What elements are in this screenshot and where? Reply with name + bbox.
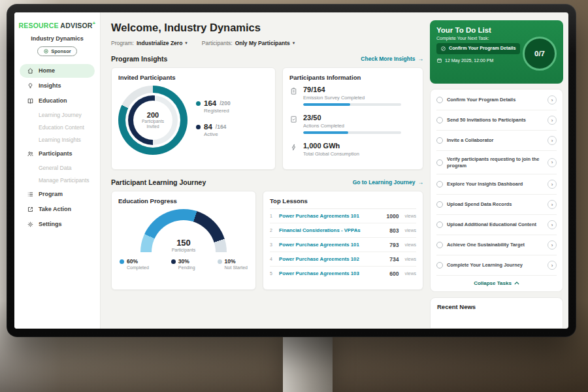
sponsor-badge: Sponsor [37, 46, 76, 56]
task-checkbox[interactable] [436, 181, 443, 188]
sidebar-item-insights[interactable]: Insights [20, 79, 95, 93]
collapse-tasks-button[interactable]: Collapse Tasks [436, 276, 557, 291]
sidebar-item-learning-insights[interactable]: Learning Insights [14, 134, 100, 146]
chevron-right-icon[interactable]: › [547, 95, 557, 105]
chevron-right-icon[interactable]: › [547, 240, 557, 250]
task-list-card: Confirm Your Program Details › Send 50 I… [430, 89, 563, 292]
sidebar-item-label: Insights [39, 82, 61, 89]
participants-filter-dropdown[interactable]: Participants: Only My Participants ▾ [202, 40, 295, 46]
task-checkbox[interactable] [436, 137, 443, 144]
legend-dot [196, 125, 201, 129]
actions-progress-bar [303, 131, 401, 134]
sidebar-item-education-content[interactable]: Education Content [14, 122, 100, 133]
education-progress-card: Education Progress 150 Participants 60% [111, 191, 256, 290]
clipboard-icon [289, 87, 298, 95]
task-row[interactable]: Explore Your Insights Dashboard › [436, 174, 557, 195]
sidebar-item-take-action[interactable]: Take Action [20, 203, 95, 216]
task-row[interactable]: Upload Spend Data Records › [436, 195, 557, 215]
card-title: Participants Information [289, 74, 416, 81]
program-insights-title: Program Insights [111, 55, 167, 63]
people-icon [27, 150, 34, 157]
sidebar-item-program[interactable]: Program [20, 188, 95, 201]
task-checkbox[interactable] [436, 262, 443, 269]
gauge-center-value: 150 [140, 238, 227, 248]
sidebar-item-label: Take Action [39, 206, 71, 212]
lesson-row: 4 Power Purchase Agreements 102 734 view… [270, 252, 416, 267]
sidebar-item-education[interactable]: Education [20, 94, 95, 108]
lesson-link[interactable]: Power Purchase Agreements 101 [279, 213, 382, 219]
todo-summary-card: Your To Do List Complete Your Next Task:… [430, 20, 563, 84]
legend-item-pending: 30% Pending [171, 258, 195, 270]
lesson-link[interactable]: Financial Considerations - VPPAs [279, 227, 385, 233]
lightbulb-icon [27, 82, 34, 90]
legend-dot [196, 101, 201, 106]
card-title: Education Progress [118, 197, 249, 204]
task-checkbox[interactable] [436, 97, 443, 103]
go-to-learning-journey-link[interactable]: Go to Learning Journey → [353, 179, 423, 186]
filter-bar: Program: Industrialize Zero ▾ Participan… [111, 40, 423, 46]
gauge-legend: 60% Completed 30% Pending 10% Not Starte… [118, 258, 249, 270]
legend-item-active: 84 /164 Active [196, 123, 231, 137]
task-checkbox[interactable] [436, 201, 443, 208]
card-title: Top Lessons [270, 197, 416, 209]
task-row[interactable]: Verify participants requesting to join t… [436, 151, 557, 174]
task-row[interactable]: Upload Additional Educational Content › [436, 215, 557, 235]
task-row[interactable]: Complete Your Learning Journey › [436, 255, 557, 276]
gauge-center-label: Participants [140, 248, 227, 252]
participants-filter-value: Only My Participants [235, 40, 290, 46]
chevron-right-icon[interactable]: › [547, 220, 557, 229]
logo-resource: RESOURCE [19, 22, 59, 29]
sponsor-badge-label: Sponsor [51, 48, 71, 54]
lesson-row: 3 Power Purchase Agreements 101 793 view… [270, 238, 416, 252]
task-row[interactable]: Achieve One Sustainability Target › [436, 235, 557, 255]
arrow-right-icon: → [418, 179, 424, 186]
sidebar-item-settings[interactable]: Settings [20, 218, 95, 231]
sidebar-item-participants[interactable]: Participants [20, 147, 95, 161]
chevron-right-icon[interactable]: › [547, 116, 557, 125]
check-more-insights-link[interactable]: Check More Insights → [361, 56, 423, 62]
task-row[interactable]: Send 50 Invitations to Participants › [436, 110, 557, 131]
sidebar-item-learning-journey[interactable]: Learning Journey [14, 109, 100, 121]
sidebar-item-label: Home [39, 67, 55, 74]
task-checkbox[interactable] [436, 242, 443, 248]
chevron-down-icon: ▾ [293, 41, 295, 46]
checklist-icon [289, 115, 298, 123]
next-task-pill[interactable]: Confirm Your Program Details [436, 43, 520, 54]
donut-center-label: Participants Invited [138, 119, 168, 130]
program-filter-dropdown[interactable]: Program: Industrialize Zero ▾ [111, 40, 188, 46]
legend-dot [120, 259, 124, 264]
book-icon [27, 97, 34, 105]
monitor-bezel: RESOURCE ADVISOR+ Industry Dynamics Spon… [7, 4, 576, 337]
circle-slash-icon [440, 46, 446, 52]
legend-dot [218, 259, 222, 264]
chevron-right-icon[interactable]: › [547, 180, 557, 189]
chevron-right-icon[interactable]: › [547, 200, 557, 209]
task-row[interactable]: Confirm Your Program Details › [436, 90, 557, 110]
invited-participants-donut-chart: 200 Participants Invited [118, 86, 188, 155]
lesson-link[interactable]: Power Purchase Agreements 103 [279, 270, 385, 276]
sidebar-item-general-data[interactable]: General Data [14, 162, 100, 174]
participants-filter-label: Participants: [202, 40, 233, 46]
logo-advisor: ADVISOR [60, 22, 92, 29]
donut-center-value: 200 [147, 111, 159, 119]
page-title: Welcome, Industry Dynamics [111, 22, 423, 34]
learning-journey-title: Participant Learning Journey [111, 178, 206, 186]
task-checkbox[interactable] [436, 221, 443, 228]
task-checkbox[interactable] [436, 159, 443, 166]
task-checkbox[interactable] [436, 117, 443, 123]
chevron-down-icon: ▾ [185, 41, 188, 46]
energy-bolt-icon [289, 143, 298, 152]
home-icon [27, 67, 34, 74]
chevron-right-icon[interactable]: › [547, 136, 557, 145]
task-row[interactable]: Invite a Collaborator › [436, 131, 557, 151]
main-content: Welcome, Industry Dynamics Program: Indu… [101, 12, 430, 329]
sidebar-item-home[interactable]: Home [20, 64, 95, 78]
sponsor-icon [43, 48, 49, 54]
chevron-right-icon[interactable]: › [547, 158, 557, 167]
lesson-link[interactable]: Power Purchase Agreements 102 [279, 256, 385, 262]
app-logo: RESOURCE ADVISOR+ [14, 20, 100, 29]
sidebar-item-manage-participants[interactable]: Manage Participants [14, 174, 100, 186]
stat-global-consumption: 1,000 GWh Total Global Consumption [289, 142, 416, 159]
lesson-link[interactable]: Power Purchase Agreements 101 [279, 242, 385, 248]
chevron-right-icon[interactable]: › [547, 261, 557, 270]
